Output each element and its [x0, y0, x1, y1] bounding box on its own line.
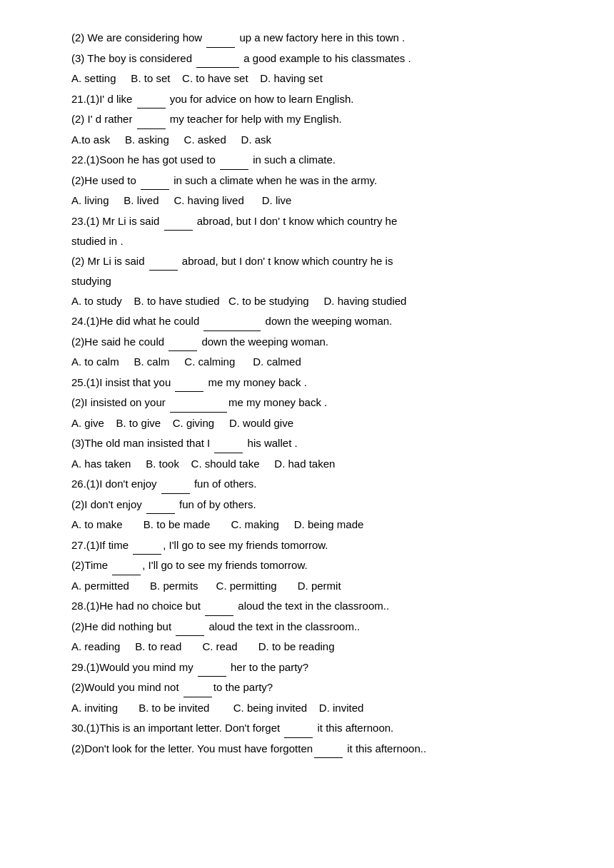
blank-q21-1	[137, 90, 166, 109]
blank-q20-3	[196, 49, 239, 69]
options-q29: A. inviting B. to be invited C. being in…	[71, 699, 571, 717]
blank-q24-2	[168, 333, 197, 352]
line-q30-2: (2)Don't look for the letter. You must h…	[71, 740, 571, 759]
options-q21: A.to ask B. asking C. asked D. ask	[71, 131, 571, 149]
blank-q30-2	[314, 740, 343, 759]
options-q25: A. give B. to give C. giving D. would gi…	[71, 414, 571, 433]
line-q27-2: (2)Time , I'll go to see my friends tomo…	[71, 556, 571, 575]
line-q30-1: 30.(1)This is an important letter. Don't…	[71, 719, 571, 738]
blank-q28-1	[205, 597, 233, 616]
line-q20-2: (2) We are considering how up a new fact…	[71, 29, 571, 48]
line-q21-1: 21.(1)I' d like you for advice on how to…	[71, 90, 571, 109]
line-q26-1: 26.(1)I don't enjoy fun of others.	[71, 475, 571, 494]
blank-q27-1	[133, 536, 161, 555]
line-q23-2a: (2) Mr Li is said abroad, but I don' t k…	[71, 252, 571, 271]
line-q28-2: (2)He did nothing but aloud the text in …	[71, 617, 571, 637]
blank-q25-2	[170, 393, 227, 413]
line-q20-3: (3) The boy is considered a good example…	[71, 49, 571, 69]
line-q22-1: 22.(1)Soon he has got used to in such a …	[71, 151, 571, 170]
options-q24: A. to calm B. calm C. calming D. calmed	[71, 353, 571, 371]
line-q24-1: 24.(1)He did what he could down the weep…	[71, 312, 571, 331]
blank-q25-3	[214, 434, 243, 453]
blank-q29-1	[198, 658, 226, 677]
line-q25-1: 25.(1)I insist that you me my money back…	[71, 373, 571, 393]
line-q25-3: (3)The old man insisted that I his walle…	[71, 434, 571, 453]
blank-q29-2	[183, 678, 212, 697]
line-q29-1: 29.(1)Would you mind my her to the party…	[71, 658, 571, 677]
options-q22: A. living B. lived C. having lived D. li…	[71, 191, 571, 210]
blank-q28-2	[176, 617, 204, 637]
line-q24-2: (2)He said he could down the weeping wom…	[71, 333, 571, 352]
line-q26-2: (2)I don't enjoy fun of by others.	[71, 495, 571, 515]
line-q23-1b: studied in .	[71, 232, 571, 251]
blank-q25-1	[175, 373, 203, 393]
blank-q26-2	[146, 495, 175, 515]
blank-q22-1	[220, 151, 248, 170]
line-q27-1: 27.(1)If time , I'll go to see my friend…	[71, 536, 571, 555]
blank-q20-2	[206, 29, 235, 48]
line-q29-2: (2)Would you mind not to the party?	[71, 678, 571, 697]
blank-q23-2	[149, 252, 178, 271]
line-q23-1a: 23.(1) Mr Li is said abroad, but I don' …	[71, 212, 571, 231]
blank-q24-1	[203, 312, 261, 331]
blank-q26-1	[161, 475, 190, 494]
options-q28: A. reading B. to read C. read D. to be r…	[71, 637, 571, 656]
main-content: (2) We are considering how up a new fact…	[71, 29, 571, 758]
blank-q22-2	[141, 171, 169, 191]
options-q25-3: A. has taken B. took C. should take D. h…	[71, 455, 571, 473]
line-q21-2: (2) I' d rather my teacher for help with…	[71, 110, 571, 129]
blank-q30-1	[284, 719, 313, 738]
options-q23: A. to study B. to have studied C. to be …	[71, 292, 571, 311]
options-q26: A. to make B. to be made C. making D. be…	[71, 515, 571, 534]
blank-q21-2	[137, 110, 166, 129]
line-q23-2b: studying	[71, 272, 571, 291]
options-q27: A. permitted B. permits C. permitting D.…	[71, 577, 571, 595]
line-q22-2: (2)He used to in such a climate when he …	[71, 171, 571, 191]
blank-q27-2	[112, 556, 141, 575]
line-q28-1: 28.(1)He had no choice but aloud the tex…	[71, 597, 571, 616]
options-q20: A. setting B. to set C. to have set D. h…	[71, 69, 571, 88]
line-q25-2: (2)I insisted on your me my money back .	[71, 393, 571, 413]
blank-q23-1	[164, 212, 193, 231]
